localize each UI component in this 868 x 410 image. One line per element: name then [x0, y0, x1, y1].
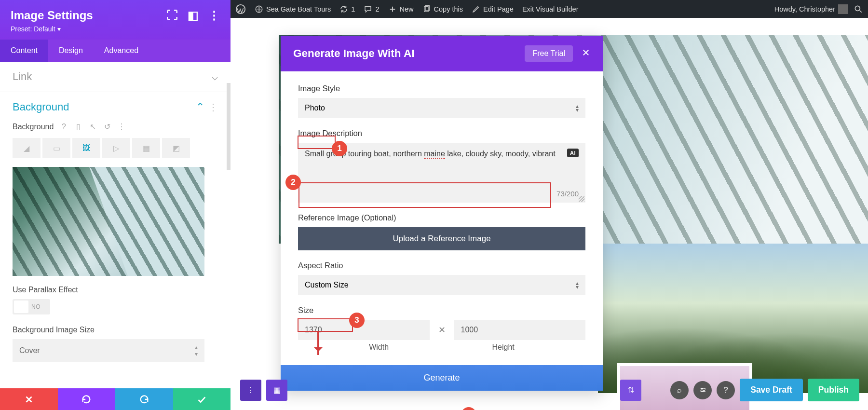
edit-page-link[interactable]: Edit Page [472, 5, 514, 14]
more-icon[interactable]: ⋮ [208, 9, 220, 22]
reference-image-label: Reference Image (Optional) [298, 213, 585, 222]
save-button[interactable] [173, 388, 231, 410]
site-link[interactable]: Sea Gate Boat Tours [255, 5, 331, 14]
height-label: Height [492, 343, 515, 352]
sort-button[interactable]: ⇅ [620, 380, 641, 401]
help-icon[interactable]: ? [59, 123, 68, 131]
aspect-ratio-label: Aspect Ratio [298, 261, 585, 270]
settings-title: Image Settings [11, 9, 93, 22]
tab-advanced[interactable]: Advanced [94, 40, 149, 62]
comments-link[interactable]: 2 [364, 5, 379, 14]
save-draft-button[interactable]: Save Draft [740, 379, 803, 401]
width-label: Width [369, 343, 389, 352]
cursor-icon[interactable]: ↖ [88, 122, 97, 131]
exit-builder-link[interactable]: Exit Visual Builder [522, 5, 579, 13]
redo-button[interactable] [115, 388, 173, 410]
wireframe-button[interactable]: ▦ [266, 380, 287, 401]
new-link[interactable]: New [388, 5, 414, 14]
reset-icon[interactable]: ↺ [103, 122, 111, 131]
updates-link[interactable]: 1 [339, 5, 355, 14]
publish-button[interactable]: Publish [808, 379, 859, 401]
tab-design[interactable]: Design [48, 40, 94, 62]
bg-color-tab[interactable]: ◢ [13, 138, 41, 158]
settings-footer [0, 388, 231, 410]
background-preview[interactable] [13, 167, 204, 276]
builder-bottom-bar: ⋮ ▦ ⇅ ⌕ ≋ ? Save Draft Publish [240, 379, 859, 401]
scrollbar[interactable] [227, 83, 231, 170]
layers-button[interactable]: ≋ [693, 381, 712, 399]
user-menu[interactable]: Howdy, Christopher [774, 4, 848, 14]
image-style-select[interactable]: Photo ▴▾ [298, 98, 585, 118]
bg-mask-tab[interactable]: ◩ [162, 138, 190, 158]
select-arrows-icon: ▴▾ [576, 104, 579, 112]
step-badge-3: 3 [349, 313, 365, 328]
char-counter: 73/200 [556, 190, 579, 198]
discard-button[interactable] [0, 388, 58, 410]
section-background[interactable]: Background ⌃ ⋮ [0, 92, 231, 122]
aspect-ratio-select[interactable]: Custom Size ▴▾ [298, 275, 585, 295]
size-label: Size [298, 306, 585, 315]
image-style-label: Image Style [298, 84, 585, 93]
ai-modal-title: Generate Image With AI [293, 47, 415, 60]
bg-size-label: Background Image Size [13, 326, 218, 334]
settings-header: Image Settings ⛶ ◧ ⋮ Preset: Default ▾ [0, 0, 231, 40]
step-badge-1: 1 [332, 141, 347, 156]
select-arrows-icon: ▴▾ [576, 281, 579, 289]
builder-menu-button[interactable]: ⋮ [240, 380, 261, 401]
snap-icon[interactable]: ◧ [188, 9, 199, 22]
settings-tabs: Content Design Advanced [0, 40, 231, 62]
undo-button[interactable] [58, 388, 116, 410]
ai-generate-modal: Generate Image With AI Free Trial Image … [281, 36, 603, 391]
free-trial-button[interactable]: Free Trial [525, 45, 573, 62]
wordpress-logo-icon[interactable] [235, 4, 246, 14]
search-icon[interactable] [854, 4, 863, 14]
expand-icon[interactable]: ⛶ [166, 9, 178, 22]
image-description-label: Image Description [298, 129, 585, 138]
background-type-tabs: ◢ ▭ 🖼 ▷ ▦ ◩ [13, 138, 218, 158]
background-label: Background [13, 123, 54, 131]
bg-video-tab[interactable]: ▷ [102, 138, 130, 158]
bg-gradient-tab[interactable]: ▭ [42, 138, 70, 158]
chevron-down-icon: ⌵ [212, 70, 218, 83]
section-link[interactable]: Link ⌵ [0, 62, 231, 92]
help-button[interactable]: ? [717, 381, 735, 399]
tab-content[interactable]: Content [0, 40, 48, 62]
section-more-icon[interactable]: ⋮ [208, 101, 218, 113]
wp-admin-bar: Sea Gate Boat Tours 1 2 New Copy this Ed… [231, 0, 868, 18]
copy-link[interactable]: Copy this [422, 5, 463, 14]
zoom-button[interactable]: ⌕ [670, 381, 689, 399]
settings-body: Link ⌵ Background ⌃ ⋮ Background ? ▯ ↖ ↺… [0, 62, 231, 388]
step-badge-2: 2 [285, 175, 301, 190]
avatar [838, 4, 848, 14]
select-arrows-icon: ▴▾ [195, 344, 198, 357]
chevron-up-icon: ⌃ [196, 101, 204, 113]
preset-dropdown[interactable]: Preset: Default ▾ [11, 25, 220, 33]
bg-pattern-tab[interactable]: ▦ [132, 138, 160, 158]
tutorial-arrow [317, 331, 319, 355]
ai-assist-button[interactable]: AI [567, 149, 579, 157]
svg-point-4 [855, 6, 860, 11]
times-icon: ✕ [438, 325, 446, 335]
close-icon[interactable] [582, 48, 590, 59]
mobile-icon[interactable]: ▯ [74, 122, 82, 131]
parallax-toggle[interactable]: NO [13, 299, 50, 314]
resize-handle[interactable] [579, 196, 584, 202]
height-input[interactable] [454, 320, 586, 340]
options-icon[interactable]: ⋮ [117, 122, 126, 131]
bg-image-tab[interactable]: 🖼 [72, 138, 100, 158]
bg-size-select[interactable]: Cover ▴▾ [13, 339, 204, 362]
image-settings-panel: Image Settings ⛶ ◧ ⋮ Preset: Default ▾ C… [0, 0, 231, 410]
upload-reference-button[interactable]: Upload a Reference Image [298, 227, 585, 250]
parallax-label: Use Parallax Effect [13, 286, 218, 294]
